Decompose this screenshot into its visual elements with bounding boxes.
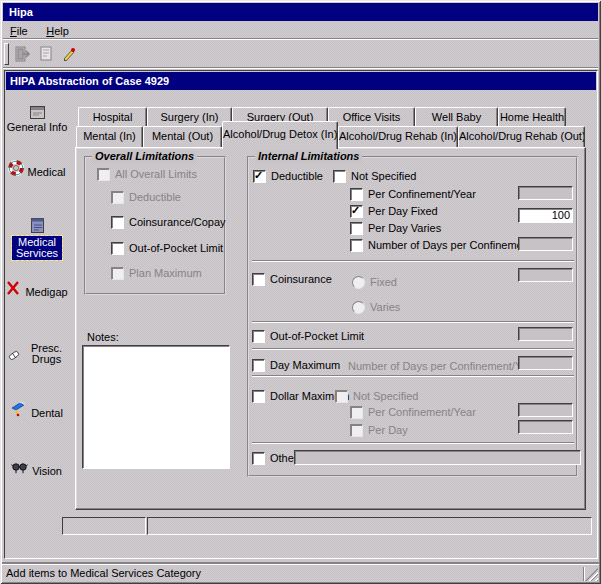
sign-button[interactable] bbox=[59, 43, 81, 65]
statusbar-text: Add items to Medical Services Category bbox=[6, 567, 201, 579]
per-day-fixed-field[interactable]: 100 bbox=[518, 208, 573, 223]
form-icon bbox=[30, 106, 45, 119]
radio-varies-row: Varies bbox=[352, 301, 400, 314]
sidebar-label-medigap: Medigap bbox=[24, 287, 68, 298]
day-maximum-checkbox[interactable] bbox=[252, 359, 265, 372]
int-deductible-checkbox[interactable] bbox=[253, 170, 266, 183]
out-of-pocket-checkbox[interactable] bbox=[252, 330, 265, 343]
report-icon bbox=[37, 45, 55, 63]
checkbox-not-specified: Not Specified bbox=[333, 170, 416, 183]
coinsurance-copay-checkbox[interactable] bbox=[111, 216, 124, 229]
section-separator bbox=[252, 375, 574, 377]
dm-not-specified-checkbox bbox=[335, 390, 348, 403]
other-checkbox[interactable] bbox=[252, 452, 265, 465]
checkbox-dm-not-specified: Not Specified bbox=[335, 390, 418, 403]
sidebar-item-medical[interactable]: Medical bbox=[5, 160, 69, 178]
not-specified-checkbox[interactable] bbox=[333, 170, 346, 183]
days-per-confinement-field bbox=[518, 237, 573, 251]
statusbar: Add items to Medical Services Category bbox=[2, 564, 599, 582]
sidebar-label-general-info: General Info bbox=[6, 122, 69, 133]
per-day-varies-checkbox[interactable] bbox=[350, 222, 363, 235]
exit-door-icon bbox=[13, 45, 31, 63]
overall-deductible-checkbox bbox=[111, 191, 124, 204]
toolbar bbox=[4, 42, 598, 66]
bottom-bar-right-segment bbox=[147, 517, 592, 535]
coinsurance-checkbox[interactable] bbox=[252, 273, 265, 286]
app-title: Hipa bbox=[9, 6, 33, 18]
resize-grip[interactable] bbox=[585, 568, 598, 581]
coinsurance-field bbox=[518, 268, 573, 282]
tab-well-baby[interactable]: Well Baby bbox=[415, 107, 498, 126]
checkbox-dm-per-confinement-year: Per Confinement/Year bbox=[350, 406, 476, 419]
report-button bbox=[35, 43, 57, 65]
sidebar-item-medigap[interactable]: Medigap bbox=[5, 280, 69, 298]
menu-help[interactable]: Help bbox=[39, 23, 76, 39]
tab-home-health[interactable]: Home Health bbox=[498, 107, 566, 126]
sidebar-label-medical-services: Medical Services bbox=[12, 236, 62, 260]
checkbox-coinsurance: Coinsurance bbox=[252, 273, 332, 286]
section-separator bbox=[252, 442, 574, 444]
overall-limitations-title: Overall Limitations bbox=[92, 150, 197, 163]
bottom-bar-left-segment bbox=[62, 517, 146, 535]
plan-maximum-checkbox bbox=[111, 267, 124, 280]
app-titlebar[interactable]: Hipa bbox=[3, 3, 598, 21]
days-per-confinement-checkbox[interactable] bbox=[350, 239, 363, 252]
sidebar-label-presc-drugs: Presc. Drugs bbox=[26, 343, 68, 365]
fixed-radio bbox=[352, 276, 365, 289]
tab-office-visits[interactable]: Office Visits bbox=[328, 107, 415, 126]
tab-mental-out[interactable]: Mental (Out) bbox=[143, 126, 222, 147]
signature-icon bbox=[61, 45, 79, 63]
checkbox-int-deductible: Deductible bbox=[253, 170, 323, 183]
tab-mental-in[interactable]: Mental (In) bbox=[76, 126, 143, 147]
menubar-divider bbox=[3, 38, 598, 40]
tab-alcohol-drug-rehab-in[interactable]: Alcohol/Drug Rehab (In) bbox=[338, 126, 458, 147]
tab-alcohol-drug-rehab-out[interactable]: Alcohol/Drug Rehab (Out) bbox=[458, 126, 585, 147]
section-separator bbox=[252, 348, 574, 350]
tab-surgery-in[interactable]: Surgery (In) bbox=[147, 107, 232, 126]
per-day-fixed-checkbox[interactable] bbox=[350, 205, 363, 218]
per-confinement-year-checkbox[interactable] bbox=[350, 188, 363, 201]
checkbox-per-day-varies: Per Day Varies bbox=[350, 222, 441, 235]
menu-file[interactable]: File bbox=[3, 23, 35, 39]
overall-oop-limit-checkbox[interactable] bbox=[111, 242, 124, 255]
per-confinement-year-field bbox=[518, 186, 573, 200]
checkbox-dm-per-day: Per Day bbox=[350, 424, 408, 437]
sidebar-label-medical: Medical bbox=[27, 167, 67, 178]
lifebuoy-icon bbox=[8, 160, 24, 176]
case-titlebar[interactable]: HIPA Abstraction of Case 4929 bbox=[6, 72, 596, 90]
sidebar-item-vision[interactable]: Vision bbox=[5, 461, 69, 477]
notebook-icon bbox=[30, 217, 45, 234]
checkbox-overall-oop-limit: Out-of-Pocket Limit bbox=[111, 242, 223, 255]
dm-per-confinement-year-checkbox bbox=[350, 406, 363, 419]
checkbox-per-confinement-year: Per Confinement/Year bbox=[350, 188, 476, 201]
other-field[interactable] bbox=[294, 450, 581, 465]
sidebar-item-medical-services[interactable]: Medical Services bbox=[5, 217, 69, 260]
sidebar-item-dental[interactable]: Dental bbox=[5, 400, 69, 419]
checkbox-other: Other bbox=[252, 452, 298, 465]
menubar: File Help bbox=[3, 21, 598, 38]
toolbar-grip[interactable] bbox=[4, 43, 9, 65]
checkbox-coinsurance-copay: Coinsurance/Copay bbox=[111, 216, 226, 229]
pill-icon bbox=[6, 348, 22, 363]
category-sidebar: General Info Medical Medi bbox=[5, 92, 71, 516]
sidebar-item-general-info[interactable]: General Info bbox=[5, 106, 69, 133]
sidebar-item-presc-drugs[interactable]: Presc. Drugs bbox=[5, 343, 69, 365]
tab-alcohol-drug-detox-in[interactable]: Alcohol/Drug Detox (In) bbox=[222, 121, 338, 149]
checkbox-day-maximum: Day Maximum bbox=[252, 359, 340, 372]
dollar-maximum-checkbox[interactable] bbox=[252, 390, 265, 403]
radio-fixed-row: Fixed bbox=[352, 276, 397, 289]
red-x-icon bbox=[5, 280, 21, 296]
application-window: Hipa File Help bbox=[0, 0, 601, 584]
section-separator bbox=[252, 321, 574, 323]
notes-textarea[interactable] bbox=[82, 345, 230, 469]
sidebar-label-vision: Vision bbox=[31, 466, 63, 477]
glasses-icon bbox=[11, 461, 28, 475]
checkbox-overall-deductible: Deductible bbox=[111, 191, 181, 204]
tab-hospital[interactable]: Hospital bbox=[78, 107, 147, 126]
dm-per-day-field bbox=[518, 420, 573, 434]
case-title: HIPA Abstraction of Case 4929 bbox=[10, 75, 169, 87]
checkbox-out-of-pocket: Out-of-Pocket Limit bbox=[252, 330, 364, 343]
dm-per-confinement-year-field bbox=[518, 403, 573, 417]
sidebar-label-dental: Dental bbox=[30, 408, 64, 419]
notes-label: Notes: bbox=[87, 331, 119, 343]
